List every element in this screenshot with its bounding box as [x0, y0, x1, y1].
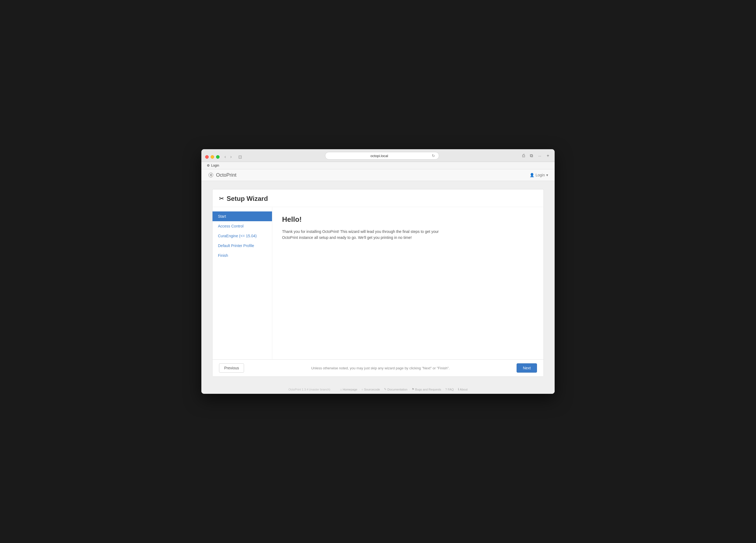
bookmark-bar: ⚙ Login: [201, 162, 555, 169]
browser-window: ‹ › ⊡ octopi.local ↻ ⎙ ⧉ ··· + ⚙ Login: [201, 149, 555, 394]
footer-version: OctoPrint 1.3.4 (master branch): [288, 388, 330, 391]
footer-link-documentation[interactable]: ✎ Documentation: [384, 388, 407, 391]
back-button[interactable]: ‹: [223, 153, 227, 160]
wizard-nav-access-control[interactable]: Access Control: [213, 221, 272, 231]
footer-link-bugs[interactable]: ⚑ Bugs and Requests: [412, 388, 441, 391]
reload-button[interactable]: ↻: [432, 154, 435, 158]
doc-icon: ✎: [384, 388, 386, 391]
wizard-main-panel: Hello! Thank you for installing OctoPrin…: [272, 207, 543, 359]
wizard-icon: ✂: [219, 195, 224, 202]
octoprint-navbar: OctoPrint 👤 Login ▾: [201, 169, 555, 181]
bookmark-label: Login: [211, 164, 219, 167]
footer-link-sourcecode[interactable]: ○ Sourcecode: [361, 388, 380, 391]
wizard-container: ✂ Setup Wizard Start Access Control: [212, 189, 544, 377]
new-tab-button[interactable]: +: [545, 152, 551, 159]
wizard-nav-finish[interactable]: Finish: [213, 251, 272, 260]
home-icon: ⌂: [340, 388, 342, 391]
footer-link-about[interactable]: ℹ About: [458, 388, 468, 391]
footer-sep-1: ·: [359, 388, 360, 391]
faq-icon: ?: [445, 388, 447, 391]
bookmark-icon: ⚙: [207, 164, 210, 167]
footer-link-homepage[interactable]: ⌂ Homepage: [340, 388, 357, 391]
brand: OctoPrint: [208, 172, 236, 178]
browser-titlebar: ‹ › ⊡ octopi.local ↻ ⎙ ⧉ ··· +: [201, 149, 555, 162]
wizard-sidebar: Start Access Control CuraEngine (<= 15.0…: [213, 207, 272, 359]
wizard-nav-start[interactable]: Start: [213, 211, 272, 221]
next-button[interactable]: Next: [517, 363, 537, 373]
main-content: ✂ Setup Wizard Start Access Control: [201, 181, 555, 385]
page-footer: OctoPrint 1.3.4 (master branch) ⌂ Homepa…: [201, 385, 555, 394]
more-button[interactable]: ···: [536, 153, 543, 159]
footer-sep-5: ·: [455, 388, 456, 391]
svg-point-1: [210, 174, 212, 176]
footer-sep-2: ·: [382, 388, 382, 391]
wizard-footer: Previous Unless otherwise noted, you may…: [213, 359, 543, 376]
address-bar[interactable]: octopi.local ↻: [325, 152, 439, 160]
footer-link-faq[interactable]: ? FAQ: [445, 388, 454, 391]
maximize-button[interactable]: [216, 155, 220, 159]
duplicate-button[interactable]: ⧉: [528, 152, 535, 159]
info-icon: ℹ: [458, 388, 459, 391]
login-label: Login: [536, 173, 545, 177]
hello-text: Thank you for installing OctoPrint! This…: [282, 229, 451, 241]
sidebar-toggle-button[interactable]: ⊡: [237, 153, 243, 161]
page-content: OctoPrint 👤 Login ▾ ✂ Setup Wizard: [201, 169, 555, 394]
wizard-body: Start Access Control CuraEngine (<= 15.0…: [213, 207, 543, 359]
wizard-title: Setup Wizard: [227, 195, 268, 202]
toolbar-right: ⎙ ⧉ ··· +: [521, 152, 551, 161]
close-button[interactable]: [205, 155, 209, 159]
footer-sep-3: ·: [409, 388, 410, 391]
wizard-nav-curaengine[interactable]: CuraEngine (<= 15.04): [213, 231, 272, 241]
navbar-login[interactable]: 👤 Login ▾: [530, 173, 548, 177]
footer-sep-4: ·: [443, 388, 444, 391]
person-icon: 👤: [530, 173, 534, 177]
brand-name: OctoPrint: [216, 172, 236, 178]
browser-nav: ‹ ›: [223, 153, 233, 160]
traffic-lights: [205, 155, 220, 159]
dropdown-icon: ▾: [546, 173, 548, 177]
forward-button[interactable]: ›: [229, 153, 233, 160]
octoprint-logo-icon: [208, 172, 214, 178]
hello-title: Hello!: [282, 215, 534, 224]
wizard-header: ✂ Setup Wizard: [213, 189, 543, 207]
address-bar-wrap: octopi.local ↻: [247, 152, 517, 162]
flag-icon: ⚑: [412, 388, 414, 391]
share-button[interactable]: ⎙: [521, 152, 527, 159]
url-text: octopi.local: [329, 154, 430, 158]
bookmark-login[interactable]: ⚙ Login: [205, 163, 221, 168]
previous-button[interactable]: Previous: [219, 363, 244, 373]
circle-icon: ○: [361, 388, 363, 391]
footer-note: Unless otherwise noted, you may just ski…: [244, 366, 517, 370]
wizard-nav-default-printer[interactable]: Default Printer Profile: [213, 241, 272, 251]
minimize-button[interactable]: [211, 155, 214, 159]
